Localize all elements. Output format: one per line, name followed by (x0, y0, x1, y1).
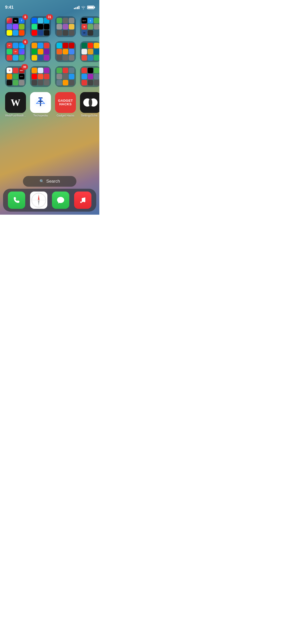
app-settingssche[interactable]: SettingsSche... (80, 92, 99, 117)
mini-uo-icon (57, 43, 62, 48)
mini-discord-icon (7, 24, 12, 30)
mini-audible-icon (7, 74, 12, 79)
mini-food4-icon (88, 55, 93, 61)
mini-shop3-icon (69, 55, 74, 61)
mini-calendar-icon: 📅 (7, 68, 12, 73)
home-screen: 9:41 8 (0, 0, 99, 215)
signal-bar-4 (78, 6, 79, 9)
folder-comms[interactable]: 6 FP FP (5, 41, 26, 62)
mini-twitch-icon (13, 24, 18, 30)
mini-twitter-icon (13, 30, 18, 36)
signal-bar-3 (77, 7, 78, 9)
status-icons (74, 6, 94, 9)
battery-icon (87, 6, 94, 9)
folder-streaming[interactable]: 31 (30, 16, 51, 37)
folder-games[interactable]: NYT S W W (80, 16, 99, 37)
mini-food3-icon (82, 55, 87, 61)
folder-browsers[interactable] (30, 66, 51, 87)
mini-fp2-icon: FP (13, 49, 18, 54)
mini-starz-icon (44, 24, 49, 30)
dock-safari[interactable] (30, 192, 47, 209)
badge-social: 8 (22, 14, 28, 20)
mini-youtube-icon (32, 30, 37, 36)
search-icon: 🔍 (39, 179, 44, 184)
folder-food[interactable] (80, 41, 99, 62)
app-gadgethacks[interactable]: GADGET HACKS Gadget Hacks (55, 92, 76, 117)
mini-flag-icon (44, 43, 49, 48)
settingssche-icon (80, 92, 99, 113)
mini-amazon-icon (63, 49, 68, 54)
mini-fin9-icon (94, 80, 99, 85)
mini-brave-icon (38, 74, 43, 79)
mini-phone-icon (19, 55, 24, 61)
mini-stocks-icon (88, 68, 93, 73)
mini-green-icon (57, 18, 62, 23)
app-techopedia[interactable]: Techopedia (30, 92, 51, 117)
folder-news[interactable]: 99 📅 BBC NYT (5, 66, 26, 87)
mini-extra-icon (44, 30, 49, 36)
mini-book-icon (13, 74, 18, 79)
music-dock-icon (74, 192, 91, 209)
mini-etsy-icon (57, 49, 62, 54)
dock-music[interactable] (74, 192, 91, 209)
mini-download-icon (57, 68, 62, 73)
mini-scrabble-icon: S (88, 18, 93, 23)
mini-telegram-icon (13, 55, 18, 61)
mini-fp-icon: FP (7, 43, 12, 48)
mini-dominos-icon (94, 49, 99, 54)
svg-point-16 (80, 201, 82, 203)
mini-podcast-icon (63, 24, 68, 30)
folder-shopping[interactable] (55, 41, 76, 62)
phone-dock-icon (8, 192, 25, 209)
badge-streaming: 31 (46, 14, 53, 20)
mini-browser6-icon (44, 80, 49, 85)
mini-nba-icon (38, 30, 43, 36)
mini-zoom-icon (13, 43, 18, 48)
mini-chess-icon (94, 18, 99, 23)
mini-green2-icon (94, 68, 99, 73)
wifi-icon (81, 6, 86, 9)
mini-tool9-icon (69, 80, 74, 85)
signal-bars-icon (74, 6, 79, 9)
mini-opera-icon (44, 74, 49, 79)
mini-food5-icon (94, 55, 99, 61)
folder-finance[interactable] (80, 66, 99, 87)
mini-hulu-icon (32, 24, 37, 30)
mini-home-icon (32, 43, 37, 48)
mini-paw-icon (32, 68, 37, 73)
webpushnotifi-label: WebPushNotifi... (5, 114, 26, 117)
search-bar[interactable]: 🔍 Search (23, 176, 76, 187)
folder-productivity[interactable] (30, 41, 51, 62)
mini-square2-icon (94, 74, 99, 79)
folder-tools[interactable] (55, 66, 76, 87)
mini-util-icon (63, 30, 68, 36)
mini-notebook-icon (63, 68, 68, 73)
mini-instagram-icon (7, 18, 12, 23)
mini-mcdonalds-icon (94, 43, 99, 48)
mini-notes-icon (32, 55, 37, 61)
mini-beerbuddy-icon (88, 49, 93, 54)
mini-wordle-icon (88, 24, 93, 30)
mini-nyt2-icon: NYT (19, 74, 24, 79)
status-time: 9:41 (5, 5, 13, 10)
mini-search-icon (69, 18, 74, 23)
signal-bar-1 (74, 8, 75, 9)
mini-onenote-icon (44, 49, 49, 54)
mini-nav-icon (13, 80, 18, 85)
mini-nyt-icon: NYT (82, 18, 87, 23)
mini-person-icon (57, 24, 62, 30)
mini-google-icon (69, 49, 74, 54)
mini-g2-icon (63, 74, 68, 79)
dock-messages[interactable] (52, 192, 69, 209)
webpushnotifi-icon: W (5, 92, 26, 113)
svg-point-8 (89, 98, 92, 107)
folder-social[interactable]: 8 TK f (5, 16, 26, 37)
mini-gray-icon (19, 80, 24, 85)
mini-shop-icon (57, 55, 62, 61)
app-webpushnotifi[interactable]: W WebPushNotifi... (5, 92, 26, 117)
dock-phone[interactable] (8, 192, 25, 209)
dock (3, 189, 96, 212)
mini-target-icon (69, 43, 74, 48)
folder-utilities[interactable] (55, 16, 76, 37)
svg-marker-3 (38, 101, 43, 102)
